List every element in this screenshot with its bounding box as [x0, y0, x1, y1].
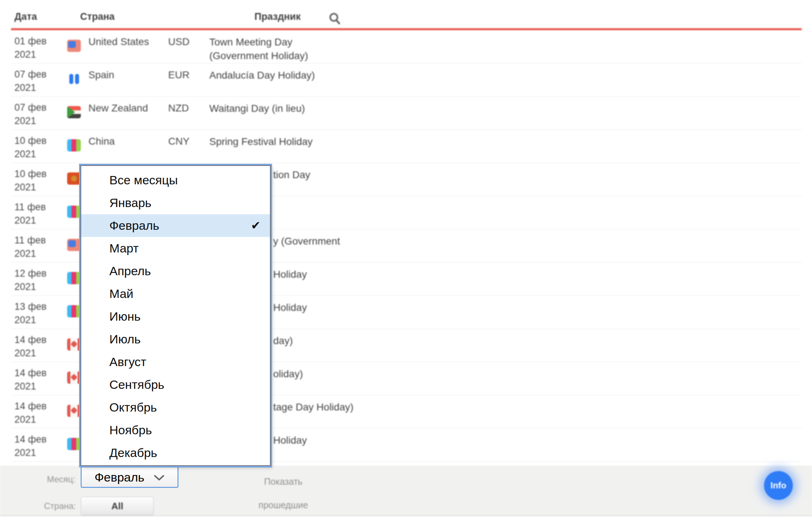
month-option-label: Январь — [109, 196, 152, 210]
info-button[interactable]: Info — [764, 471, 793, 500]
month-dropdown: Все месяцыЯнварьФевраль✔МартАпрельМайИюн… — [80, 165, 271, 466]
mn-flag-icon — [67, 206, 81, 218]
holiday-name-partial: oliday) — [273, 367, 303, 381]
date-day-month: 14 фев — [14, 400, 47, 413]
date-day-month: 11 фев — [14, 201, 46, 214]
show-past-label-line1: Показать — [253, 476, 314, 487]
month-option[interactable]: Декабрь — [81, 441, 270, 464]
ca-flag-icon — [67, 338, 81, 351]
date-day-month: 13 фев — [14, 300, 47, 313]
holiday-name-partial: Holiday — [273, 301, 307, 315]
currency-code: CNY — [168, 136, 189, 147]
holiday-date: 14 фев2021 — [14, 366, 47, 393]
table-row: 01 фев2021United StatesUSDTown Meeting D… — [11, 30, 802, 63]
holiday-name: Spring Festival Holiday — [209, 135, 313, 149]
holiday-date: 01 фев2021 — [14, 35, 47, 61]
month-option[interactable]: Сентябрь — [81, 373, 270, 396]
ca-flag-icon — [67, 405, 81, 417]
nz-flag-icon — [67, 106, 81, 118]
country-name: United States — [88, 36, 149, 48]
date-year: 2021 — [14, 214, 46, 227]
date-year: 2021 — [14, 81, 47, 95]
month-option-label: Март — [109, 241, 139, 255]
country-filter-label: Страна: — [44, 501, 76, 511]
checkmark-icon: ✔ — [251, 214, 261, 237]
country-name: China — [88, 136, 115, 147]
month-option-label: Июнь — [109, 309, 140, 323]
month-option[interactable]: Октябрь — [81, 396, 270, 419]
holiday-date: 07 фев2021 — [14, 68, 47, 95]
month-option-label: Апрель — [109, 264, 151, 278]
holiday-date: 12 фев2021 — [14, 267, 47, 294]
month-option[interactable]: Июнь — [81, 305, 270, 328]
kg-flag-icon — [67, 172, 81, 185]
month-option[interactable]: Апрель — [81, 260, 270, 282]
date-year: 2021 — [14, 148, 47, 161]
month-option-label: Ноябрь — [109, 423, 152, 437]
holiday-name: Andalucía Day Holiday) — [209, 69, 315, 82]
date-year: 2021 — [14, 380, 47, 393]
month-option-label: Декабрь — [109, 446, 157, 460]
es-flag-icon — [67, 73, 81, 85]
date-day-month: 12 фев — [14, 267, 47, 280]
table-row: 10 фев2021ChinaCNYSpring Festival Holida… — [11, 130, 802, 163]
cn-flag-icon — [67, 139, 81, 151]
month-option[interactable]: Все месяцы — [81, 169, 270, 192]
month-option[interactable]: Август — [81, 351, 270, 373]
holiday-date: 13 фев2021 — [14, 300, 47, 327]
holiday-date: 07 фев2021 — [14, 101, 47, 128]
country-name: New Zealand — [88, 102, 148, 114]
date-year: 2021 — [14, 247, 46, 260]
holiday-name-partial: tage Day Holiday) — [273, 400, 354, 414]
country-filter-button[interactable]: All — [81, 497, 154, 515]
show-past-label-line2: прошедшие — [253, 500, 314, 510]
date-year: 2021 — [14, 280, 47, 294]
date-day-month: 07 фев — [14, 68, 47, 81]
column-header-date: Дата — [14, 11, 37, 22]
column-header-country: Страна — [80, 11, 115, 22]
holiday-date: 10 фев2021 — [14, 167, 47, 194]
currency-code: EUR — [168, 69, 189, 81]
date-year: 2021 — [14, 181, 47, 194]
holiday-name: Town Meeting Day (Government Holiday) — [209, 35, 352, 63]
holiday-date: 11 фев2021 — [14, 234, 46, 260]
us-flag-icon — [67, 40, 81, 52]
chevron-down-icon — [154, 475, 165, 481]
ca-flag-icon — [67, 372, 81, 384]
holiday-date: 11 фев2021 — [14, 201, 46, 227]
holiday-date: 14 фев2021 — [14, 333, 47, 360]
country-name: Spain — [88, 69, 114, 81]
month-option[interactable]: Ноябрь — [81, 419, 270, 441]
currency-code: USD — [168, 36, 189, 48]
month-option-label: Октябрь — [109, 400, 157, 414]
date-day-month: 10 фев — [14, 134, 47, 148]
month-option[interactable]: Январь — [81, 192, 270, 214]
date-year: 2021 — [14, 313, 47, 327]
holiday-name-partial: tion Day — [273, 168, 310, 182]
holiday-name-partial: Holiday — [273, 268, 307, 281]
show-past-toggle[interactable]: Показать прошедшие — [253, 466, 314, 515]
holiday-name-partial: day) — [273, 334, 293, 348]
date-year: 2021 — [14, 446, 47, 460]
us-flag-icon — [67, 239, 81, 251]
holiday-calendar-app: Дата Страна Праздник 01 фев2021United St… — [0, 0, 812, 523]
month-filter-label: Месяц: — [47, 474, 75, 484]
month-option-label: Сентябрь — [109, 378, 164, 391]
holiday-name-partial: y (Government — [273, 234, 340, 248]
mn-flag-icon — [67, 438, 81, 450]
date-year: 2021 — [14, 48, 47, 61]
month-select-value: Февраль — [95, 470, 144, 484]
holiday-name: Waitangi Day (in lieu) — [209, 102, 305, 115]
month-select-button[interactable]: Февраль — [81, 467, 178, 488]
mn-flag-icon — [67, 272, 81, 284]
month-option[interactable]: Март — [81, 237, 270, 260]
month-option[interactable]: Июль — [81, 328, 270, 351]
date-day-month: 14 фев — [14, 433, 47, 446]
holiday-date: 14 фев2021 — [14, 400, 47, 426]
search-icon[interactable] — [328, 12, 342, 26]
date-day-month: 10 фев — [14, 167, 47, 181]
month-option[interactable]: Май — [81, 282, 270, 305]
date-day-month: 11 фев — [14, 234, 46, 247]
month-option-label: Все месяцы — [109, 173, 178, 187]
month-option[interactable]: Февраль✔ — [81, 214, 270, 237]
